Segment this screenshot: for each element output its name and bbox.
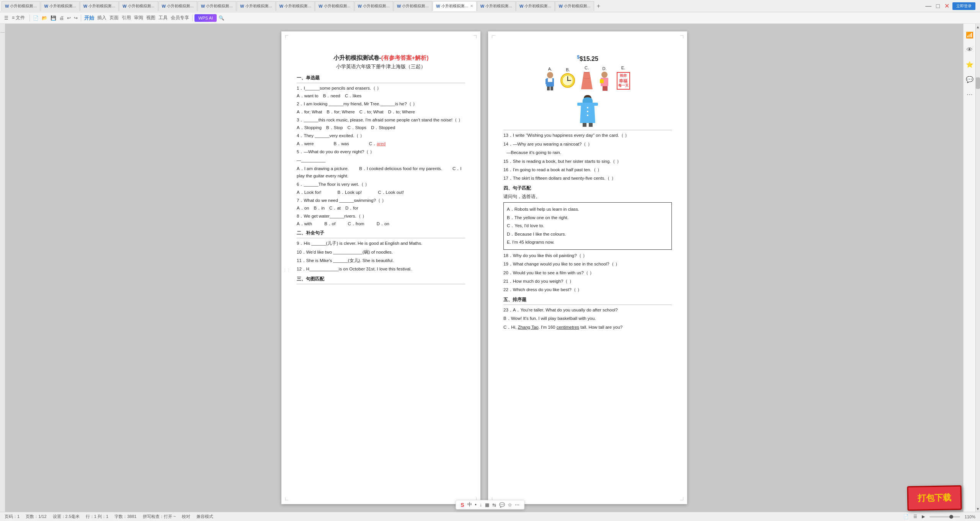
maximize-button[interactable]: □ xyxy=(934,2,941,10)
close-tab-icon[interactable]: ✕ xyxy=(470,4,473,8)
clock-icon xyxy=(559,72,577,89)
title-tab-1[interactable]: W 小升初模拟测… xyxy=(2,1,40,11)
wifi-icon[interactable]: 📶 xyxy=(964,30,975,40)
word-icon: W xyxy=(162,4,166,8)
tab-start[interactable]: 开始 xyxy=(83,14,95,22)
star-icon[interactable]: ⭐ xyxy=(964,59,975,70)
tab-member[interactable]: 会员专享 xyxy=(170,14,190,22)
drag-handle[interactable]: ⋮⋮ xyxy=(283,268,291,272)
title-tab-10[interactable]: W 小升初模拟测… xyxy=(354,1,393,11)
scroll-down-arrow[interactable]: ▼ xyxy=(976,506,980,512)
wps-dot[interactable]: • xyxy=(475,502,477,508)
q10: 10．We'd like two ____________(碗) of nood… xyxy=(297,249,465,256)
q17: 17．The skirt is fifteen dollars and twen… xyxy=(503,175,672,182)
new-tab-button[interactable]: + xyxy=(595,1,603,11)
view-icon-list[interactable]: ☰ xyxy=(913,514,917,519)
zoom-slider[interactable] xyxy=(929,516,960,518)
wps-more-tool[interactable]: ⋯ xyxy=(515,502,519,508)
read-mode[interactable]: 兼容模式 xyxy=(196,514,213,519)
title-tab-15[interactable]: W 小升初模拟测… xyxy=(555,1,594,11)
login-button[interactable]: 立即登录 xyxy=(952,2,975,10)
wps-ai-button[interactable]: WPS AI xyxy=(194,14,217,22)
q1-opt-b: B．need xyxy=(323,93,340,99)
wps-star-tool[interactable]: ✩ xyxy=(508,502,512,508)
title-tab-13[interactable]: W 小升初模拟测… xyxy=(477,1,516,11)
save-icon[interactable]: 💾 xyxy=(49,15,57,21)
page-number: 页码：1 xyxy=(5,514,20,519)
q8-opt-a: A．with xyxy=(297,221,312,227)
undo-icon[interactable]: ↩ xyxy=(66,15,72,21)
tab-page[interactable]: 页面 xyxy=(108,14,120,22)
tab-reference[interactable]: 引用 xyxy=(121,14,132,22)
wps-share[interactable]: ⇆ xyxy=(492,502,496,508)
q23c: C．Hi, Zhang Tao. I'm 160 centimetres tal… xyxy=(503,324,672,331)
tab-label: 小升初模拟测… xyxy=(363,3,390,9)
wps-grid[interactable]: ▦ xyxy=(485,502,489,508)
q8-opt-c: C．from xyxy=(348,221,364,227)
zoom-level[interactable]: 110% xyxy=(965,514,975,519)
search-icon[interactable]: 🔍 xyxy=(217,15,225,21)
eye-icon[interactable]: 👁 xyxy=(965,45,974,55)
tab-label: 小升初模拟测… xyxy=(245,3,272,9)
title-tab-11[interactable]: W 小升初模拟测… xyxy=(394,1,432,11)
left-sidebar: │ xyxy=(0,24,5,512)
print-icon[interactable]: 🖨 xyxy=(58,15,65,21)
q3-options: A．Stopping B．Stop C．Stops D．Stopped xyxy=(297,125,465,131)
title-tab-2[interactable]: W 小升初模拟测… xyxy=(41,1,79,11)
word-icon: W xyxy=(240,4,244,8)
tab-tools[interactable]: 工具 xyxy=(157,14,169,22)
play-icon[interactable]: ▶ xyxy=(922,514,925,519)
scrollbar[interactable]: ▲ ▼ xyxy=(975,24,980,512)
scroll-up-arrow[interactable]: ▲ xyxy=(976,24,980,30)
open-icon[interactable]: 📂 xyxy=(41,15,49,21)
word-icon: W xyxy=(201,4,205,8)
title-tab-4[interactable]: W 小升初模拟测… xyxy=(119,1,158,11)
title-tab-3[interactable]: W 小升初模拟测… xyxy=(80,1,119,11)
answer-e: E. I'm 45 kilograms now. xyxy=(507,239,668,246)
scroll-track[interactable] xyxy=(976,30,980,506)
right-sidebar: 📶 👁 ⭐ 💬 ⋯ xyxy=(963,24,975,512)
q7-opt-c: C．at xyxy=(329,205,341,211)
q20: 20．Would you like to see a film with us?… xyxy=(503,269,672,276)
wps-chinese[interactable]: 中 xyxy=(467,501,472,508)
title-tab-5[interactable]: W 小升初模拟测… xyxy=(158,1,197,11)
scroll-thumb[interactable] xyxy=(976,77,980,89)
q6: 6．______The floor is very wet.（ ） xyxy=(297,181,465,188)
wps-chat[interactable]: 💬 xyxy=(499,502,505,508)
title-tab-9[interactable]: W 小升初模拟测… xyxy=(315,1,354,11)
download-button[interactable]: 打包下载 xyxy=(907,485,962,511)
file-menu[interactable]: ≡ 文件 xyxy=(11,14,26,22)
close-button[interactable]: ✕ xyxy=(943,2,951,10)
hamburger-menu-icon[interactable]: ☰ xyxy=(3,15,10,21)
revision[interactable]: 校对 xyxy=(182,514,190,519)
minimize-button[interactable]: — xyxy=(924,2,933,10)
title-tab-14[interactable]: W 小升初模拟测… xyxy=(516,1,555,11)
tab-label: 小升初模拟测… xyxy=(88,3,115,9)
wps-down[interactable]: ↓ xyxy=(480,502,482,508)
q6-opt-c: C．Look out! xyxy=(378,190,404,195)
more-icon[interactable]: ⋯ xyxy=(965,89,974,100)
svg-rect-17 xyxy=(577,103,582,106)
tab-label: 小升初模拟测… xyxy=(284,3,311,9)
zoom-thumb[interactable] xyxy=(949,515,953,519)
image-d: D. xyxy=(597,66,612,91)
tab-label: 小升初模拟测… xyxy=(206,3,233,9)
spell-check[interactable]: 拼写检查：打开 ~ xyxy=(143,514,176,519)
redo-icon[interactable]: ↪ xyxy=(73,15,79,21)
title-tab-12[interactable]: W 小升初模拟测… ✕ xyxy=(433,1,476,11)
tab-review[interactable]: 审阅 xyxy=(133,14,144,22)
tab-view[interactable]: 视图 xyxy=(145,14,157,22)
q8-options: A．with B．of C．from D．on xyxy=(297,221,465,227)
svg-rect-15 xyxy=(600,79,604,83)
view-icon-normal[interactable]: 📄 xyxy=(903,514,909,519)
comment-icon[interactable]: 💬 xyxy=(964,74,975,85)
title-tab-6[interactable]: W 小升初模拟测… xyxy=(198,1,236,11)
q8-opt-d: D．on xyxy=(377,221,389,227)
title-tab-7[interactable]: W 小升初模拟测… xyxy=(237,1,275,11)
new-icon[interactable]: 📄 xyxy=(32,15,40,21)
q23b: B．Wow! It's fun. I will play basketball … xyxy=(503,315,672,322)
tab-insert[interactable]: 插入 xyxy=(96,14,108,22)
q8: 8．We get water______rivers.（ ） xyxy=(297,213,465,220)
title-tab-8[interactable]: W 小升初模拟测… xyxy=(276,1,315,11)
answer-d: D．Because I like the colours. xyxy=(507,231,668,238)
